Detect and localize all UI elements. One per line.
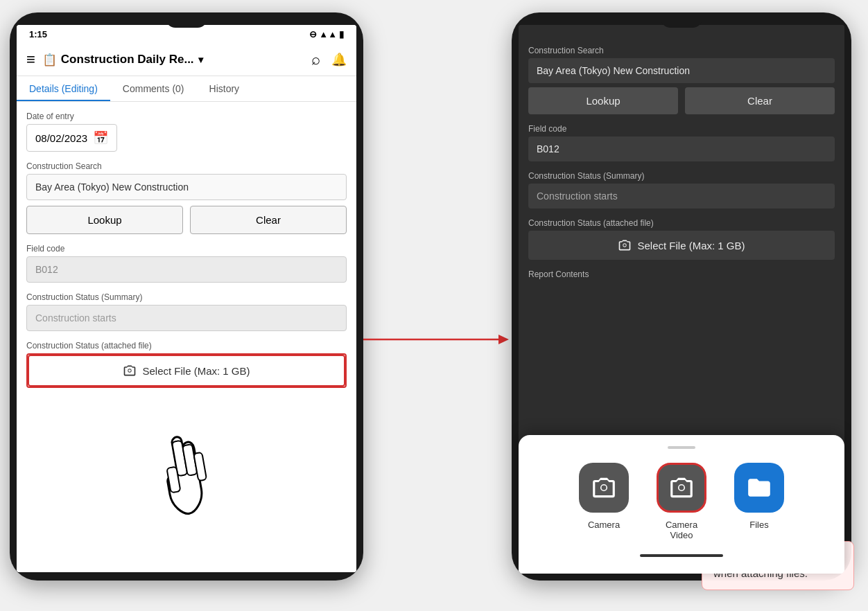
tab-details[interactable]: Details (Editing) [17,76,110,101]
field-code-label: Field code [26,244,347,254]
header-title: 📋 Construction Daily Re... ▾ [42,53,304,67]
dark-clear-button[interactable]: Clear [685,87,835,114]
construction-status-summary-label: Construction Status (Summary) [26,292,347,302]
dark-field-code-input: B012 [528,136,835,161]
dropdown-icon[interactable]: ▾ [198,54,203,65]
header-icons [311,51,347,69]
dark-construction-status-summary-input[interactable]: Construction starts [528,184,835,209]
construction-search-group: Construction Search Bay Area (Tokyo) New… [26,161,347,234]
dark-construction-search-label: Construction Search [528,46,835,55]
dark-construction-status-file-label: Construction Status (attached file) [528,218,835,228]
battery-icon: ▮ [339,29,344,39]
files-svg-icon [746,475,772,501]
camera-video-item[interactable]: Camera Video [657,463,706,538]
files-item[interactable]: Files [734,463,784,538]
search-icon[interactable] [311,51,320,69]
title-icon: 📋 [42,53,57,67]
dark-construction-status-summary-label: Construction Status (Summary) [528,171,835,181]
dark-select-file-button[interactable]: Select File (Max: 1 GB) [528,231,835,260]
camera-item[interactable]: Camera [579,463,629,538]
camera-video-label: Camera Video [666,520,697,538]
phone-notch [166,12,207,28]
dark-construction-search-input[interactable]: Bay Area (Tokyo) New Construction [528,58,835,83]
app-title: Construction Daily Re... [61,53,194,67]
camera-video-svg-icon [668,475,695,501]
files-label: Files [749,520,768,530]
date-value: 08/02/2023 [35,132,87,144]
hamburger-icon[interactable] [26,51,35,69]
lookup-button[interactable]: Lookup [26,206,183,234]
right-screen: Construction Search Bay Area (Tokyo) New… [519,25,844,572]
calendar-icon[interactable] [93,130,108,145]
select-file-highlight: Select File (Max: 1 GB) [26,353,347,388]
bottom-sheet: Camera Camera Video [519,435,844,538]
field-code-group: Field code B012 [26,244,347,283]
dark-construction-status-summary-group: Construction Status (Summary) Constructi… [528,171,835,209]
svg-marker-1 [498,335,509,344]
construction-status-summary-group: Construction Status (Summary) Constructi… [26,292,347,331]
camera-icon-circle[interactable] [579,463,629,513]
dark-field-code-group: Field code B012 [528,124,835,161]
camera-label: Camera [588,520,620,530]
construction-status-file-label: Construction Status (attached file) [26,341,347,351]
dark-lookup-clear-row: Lookup Clear [528,87,835,114]
tab-comments[interactable]: Comments (0) [110,76,197,101]
construction-status-file-group: Construction Status (attached file) Sele… [26,341,347,388]
status-time: 1:15 [29,29,47,39]
field-code-input: B012 [26,256,347,283]
clear-button-left[interactable]: Clear [190,206,347,234]
date-label: Date of entry [26,112,347,121]
report-contents-label: Report Contents [528,269,835,279]
sheet-icons-row: Camera Camera Video [519,463,844,538]
phone-notch-right [661,12,702,28]
dark-field-code-label: Field code [528,124,835,134]
bell-icon[interactable] [331,52,347,67]
construction-search-input[interactable]: Bay Area (Tokyo) New Construction [26,174,347,200]
dark-construction-search-group: Construction Search Bay Area (Tokyo) New… [528,46,835,114]
construction-search-label: Construction Search [26,161,347,171]
camera-icon-right [618,238,632,252]
wifi-icon: ▲▲ [319,29,337,39]
camera-video-icon-circle[interactable] [657,463,706,513]
status-bar-left: 1:15 ⊖ ▲▲ ▮ [17,25,356,44]
arrow-connector [363,326,516,353]
app-header-left: 📋 Construction Daily Re... ▾ [17,44,356,76]
dark-lookup-button[interactable]: Lookup [528,87,678,114]
form-content-right: Construction Search Bay Area (Tokyo) New… [519,25,844,538]
construction-status-summary-input[interactable]: Construction starts [26,305,347,331]
dark-construction-status-file-group: Construction Status (attached file) Sele… [528,218,835,260]
files-icon-circle[interactable] [734,463,784,513]
tab-history[interactable]: History [197,76,252,101]
date-of-entry-group: Date of entry 08/02/2023 [26,112,347,152]
select-file-button-left[interactable]: Select File (Max: 1 GB) [28,355,345,387]
phone-right: Construction Search Bay Area (Tokyo) New… [512,12,851,581]
camera-icon-left [123,364,137,378]
tabs: Details (Editing) Comments (0) History [17,76,356,102]
sheet-handle [668,446,695,449]
lookup-clear-row: Lookup Clear [26,206,347,234]
circle-icon: ⊖ [309,29,317,39]
camera-svg-icon [591,475,617,501]
status-icons: ⊖ ▲▲ ▮ [309,29,344,39]
date-field[interactable]: 08/02/2023 [26,124,117,152]
